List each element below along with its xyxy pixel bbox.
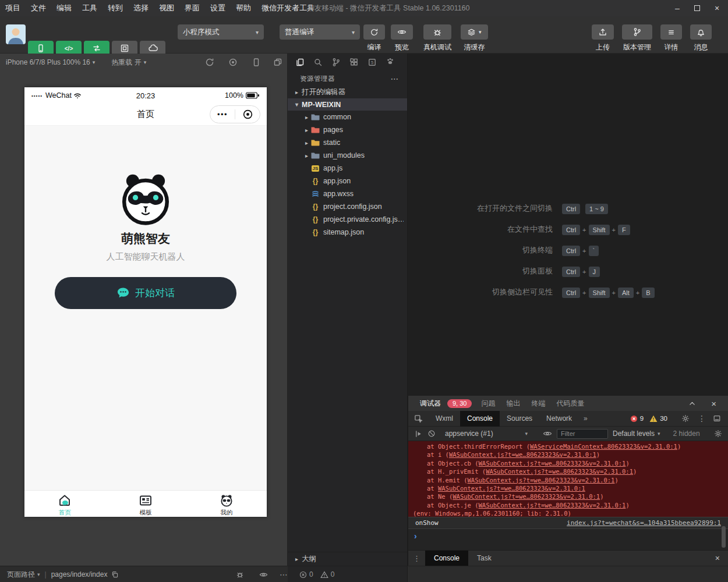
rotate-icon[interactable] [205,58,214,67]
open-editors-section[interactable]: ▸ 打开的编辑器 [288,86,407,98]
tree-item-app-js[interactable]: JS app.js [288,162,407,175]
tab-terminal[interactable]: 终端 [531,399,545,409]
version-control-button[interactable]: 版本管理 [622,24,652,52]
menu-help[interactable]: 帮助 [231,0,256,16]
hot-reload-toggle[interactable]: 热重载 开 [111,58,141,68]
menu-select[interactable]: 选择 [128,0,154,16]
menu-edit[interactable]: 编辑 [51,0,77,16]
project-root-section[interactable]: ▾ MP-WEIXIN [288,98,407,111]
extensions-icon[interactable] [349,58,359,67]
upload-button[interactable]: 上传 [592,24,614,52]
problems-summary[interactable]: 0 0 [288,566,408,582]
tab-sources[interactable]: Sources [500,411,539,427]
tab-output[interactable]: 输出 [506,399,520,409]
footer-tab-task[interactable]: Task [468,551,500,566]
menu-goto[interactable]: 转到 [103,0,128,16]
drag-handle-icon[interactable]: ⋮ [408,554,425,563]
device-frame-icon[interactable] [252,58,261,67]
stack-link[interactable]: WAServiceMainContext…80623323&v=2.31.0:1 [530,443,677,450]
device-debug-button[interactable]: 真机调试 [423,24,451,52]
tab-problems[interactable]: 问题 [481,399,495,409]
tab-console[interactable]: Console [460,411,500,427]
log-levels-selector[interactable]: Default levels ▾ [613,430,660,438]
dock-icon[interactable] [708,414,728,423]
tree-item-pages[interactable]: ▸ pages [288,123,407,136]
more-status-icon[interactable]: ⋯ [280,570,288,579]
preview-button[interactable]: 预览 [391,24,413,52]
close-button[interactable]: × [707,0,727,16]
settings-gear-icon[interactable] [676,414,695,423]
record-icon[interactable] [228,58,238,67]
chevron-down-icon[interactable]: ▾ [144,59,147,65]
context-selector[interactable]: appservice (#1) ▾ [440,430,528,438]
tab-home[interactable]: 首页 [24,491,105,517]
minimize-button[interactable]: – [667,0,687,16]
console-filter-input[interactable] [557,429,608,439]
start-chat-button[interactable]: 开始对话 [55,277,236,309]
search-icon[interactable] [313,58,323,67]
menu-project[interactable]: 项目 [0,0,26,16]
live-expression-eye-icon[interactable] [543,429,552,438]
stack-link[interactable]: WASubContext.js?t=we…80623323&v=2.31.0:1 [479,502,626,509]
user-avatar[interactable] [6,24,26,44]
maximize-button[interactable] [687,0,707,16]
vconsole-bug-icon[interactable] [236,570,244,579]
device-selector[interactable]: iPhone 6/7/8 Plus 100% 16 [6,58,90,66]
tab-template[interactable]: 模板 [105,491,186,517]
eager-eval-icon[interactable] [414,430,423,438]
stack-link[interactable]: WASubContext.js?t=we…80623323&v=2.31.0:1 [479,460,626,467]
tree-item-app-wxss[interactable]: app.wxss [288,187,407,200]
tree-item-app-json[interactable]: {} app.json [288,175,407,187]
page-path-selector[interactable]: 页面路径 [7,570,35,580]
tree-item-project-private-config[interactable]: {} project.private.config.js… [288,213,407,226]
tree-item-uni-modules[interactable]: ▸ uni_modules [288,149,407,162]
stack-link[interactable]: WASubContext.js?t=we…80623323&v=2.31.0:1 [453,493,600,500]
stack-link[interactable]: WASubContext.js?t=we…80623323&v=2.31.0:1 [486,468,633,475]
clear-console-icon[interactable] [427,430,436,438]
tree-item-project-config[interactable]: {} project.config.json [288,200,407,213]
multi-window-icon[interactable] [273,58,282,67]
more-actions-icon[interactable]: ⋯ [391,74,400,83]
tab-debugger[interactable]: 调试器 [420,399,441,409]
clear-cache-button[interactable]: ▾ 清缓存 [461,24,488,52]
tab-mine[interactable]: 我的 [186,491,267,517]
close-panel-button[interactable]: × [711,399,716,409]
console-scrollbar[interactable] [722,526,726,548]
stack-link[interactable]: WASubContext.js?t=we…80623323&v=2.31.0:1 [468,477,615,484]
menu-tools[interactable]: 工具 [77,0,103,16]
copy-icon[interactable] [111,571,119,579]
more-tabs-icon[interactable]: » [579,414,592,423]
tab-wxml[interactable]: Wxml [429,411,460,427]
tree-item-common[interactable]: ▸ common [288,111,407,123]
more-menu-button[interactable]: ••• [210,106,235,123]
tree-item-sitemap-json[interactable]: {} sitemap.json [288,226,407,239]
close-footer-icon[interactable]: × [715,553,720,563]
menu-settings[interactable]: 设置 [205,0,231,16]
footer-tab-console[interactable]: Console [425,551,468,566]
compile-button[interactable]: 编译 [363,24,385,52]
collapse-panel-button[interactable] [688,400,696,407]
stack-link[interactable]: WASubContext.js?t=we…80623323&v=2.31.0:1 [438,485,585,492]
applet-icon[interactable]: 5 [367,58,377,67]
menu-interface[interactable]: 界面 [179,0,205,16]
minimize-capsule-button[interactable] [235,106,260,123]
menu-view[interactable]: 视图 [154,0,179,16]
outline-section[interactable]: ▸ 大纲 [288,552,407,566]
watch-eye-icon[interactable] [259,570,268,579]
more-options-icon[interactable]: ⋮ [695,414,708,423]
files-icon[interactable] [295,58,305,67]
message-button[interactable]: 消息 [690,24,712,52]
mode-dropdown[interactable]: 小程序模式 ▾ [178,24,264,40]
stack-link[interactable]: WASubContext.js?t=we…80623323&v=2.31.0:1 [449,451,596,458]
chevron-down-icon[interactable]: ▾ [93,59,96,65]
tab-code-quality[interactable]: 代码质量 [556,399,584,409]
tree-item-static[interactable]: ▸ static [288,136,407,149]
detail-button[interactable]: 详情 [660,24,682,52]
source-control-icon[interactable] [331,58,341,67]
compile-mode-dropdown[interactable]: 普通编译 ▾ [280,24,360,40]
tab-network[interactable]: Network [539,411,579,427]
menu-file[interactable]: 文件 [26,0,51,16]
paw-icon[interactable] [386,56,395,68]
console-prompt-area[interactable]: › [408,529,728,550]
inspect-icon[interactable] [408,414,429,423]
